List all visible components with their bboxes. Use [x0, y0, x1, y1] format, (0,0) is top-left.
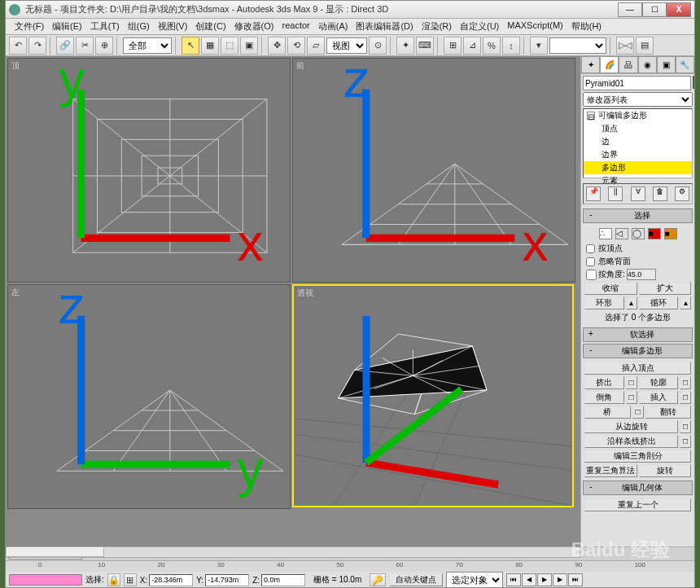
modifier-list[interactable]: 修改器列表 — [583, 92, 693, 107]
remove-mod-button[interactable]: 🗑 — [653, 186, 667, 201]
sel-edge-icon[interactable]: ◁ — [615, 228, 628, 239]
menu-views[interactable]: 视图(V) — [154, 19, 192, 34]
sel-border-icon[interactable]: ◯ — [632, 228, 645, 239]
by-vertex-check[interactable] — [586, 244, 595, 253]
make-unique-button[interactable]: ∀ — [631, 186, 645, 201]
extrude-spline-button[interactable]: 沿样条线挤出 — [584, 435, 678, 448]
goto-end-button[interactable]: ⏭ — [568, 573, 583, 586]
ref-coord[interactable]: 视图 — [326, 37, 367, 54]
abs-rel-button[interactable]: ⊞ — [124, 573, 137, 586]
inset-button[interactable]: 插入 — [639, 391, 679, 404]
tab-hierarchy[interactable]: 品 — [619, 56, 637, 73]
mirror-button[interactable]: ▷◁ — [616, 37, 634, 55]
stack-root[interactable]: 可编辑多边形 — [598, 110, 647, 121]
menu-customize[interactable]: 自定义(U) — [456, 19, 503, 34]
shrink-button[interactable]: 收缩 — [584, 282, 637, 295]
menu-animation[interactable]: 动画(A) — [314, 19, 352, 34]
x-coord[interactable] — [149, 574, 193, 586]
key-icon[interactable]: 🔑 — [370, 573, 386, 586]
align-button[interactable]: ▤ — [636, 37, 654, 55]
svg-text:z: z — [343, 52, 370, 108]
pin-stack-button[interactable]: 📌 — [586, 186, 601, 201]
tab-utilities[interactable]: 🔧 — [676, 56, 694, 73]
selection-filter[interactable]: 全部 — [123, 37, 172, 54]
menu-group[interactable]: 组(G) — [124, 19, 154, 34]
grow-button[interactable]: 扩大 — [639, 282, 692, 295]
menu-modifiers[interactable]: 修改器(O) — [230, 19, 278, 34]
sel-polygon-icon[interactable]: ■ — [648, 228, 661, 239]
menu-create[interactable]: 创建(C) — [191, 19, 230, 34]
rollout-softsel[interactable]: +软选择 — [583, 327, 693, 342]
tab-display[interactable]: ▣ — [657, 56, 676, 73]
tab-modify[interactable]: 🌈 — [600, 56, 619, 73]
grid-info: 栅格 = 10.0m — [308, 574, 366, 586]
repeat-last-button[interactable]: 重复上一个 — [584, 498, 691, 511]
tab-motion[interactable]: ◉ — [638, 56, 657, 73]
minimize-button[interactable]: — — [618, 2, 642, 17]
tab-create[interactable]: ✦ — [581, 56, 600, 73]
goto-start-button[interactable]: ⏮ — [506, 573, 521, 586]
menu-reactor[interactable]: reactor — [278, 19, 314, 34]
stack-border[interactable]: 边界 — [584, 148, 692, 161]
menu-graph[interactable]: 图表编辑器(D) — [352, 19, 417, 34]
time-ruler[interactable]: 0102030405060708090100 — [6, 560, 694, 572]
maximize-button[interactable]: ☐ — [642, 2, 667, 17]
loop-button[interactable]: 循环 — [639, 296, 679, 309]
lock-button[interactable]: 🔒 — [107, 573, 120, 586]
viewport-perspective[interactable]: 透视 — [292, 284, 574, 507]
command-panel: ✦ 🌈 品 ◉ ▣ 🔧 修改器列表 ⊟可编辑多边形 顶点 边 边界 多边形 元素 — [580, 56, 694, 546]
show-result-button[interactable]: || — [608, 186, 623, 201]
hinge-button[interactable]: 从边旋转 — [584, 420, 678, 433]
y-coord[interactable] — [205, 574, 249, 586]
rollout-selection[interactable]: -选择 — [583, 208, 693, 223]
object-name-input[interactable] — [583, 76, 691, 90]
insert-vertex-button[interactable]: 插入顶点 — [584, 362, 691, 375]
autokey-button[interactable]: 自动关键点 — [389, 573, 443, 586]
bridge-button[interactable]: 桥 — [584, 406, 631, 419]
named-sel-set[interactable] — [549, 37, 606, 54]
play-button[interactable]: ▶ — [537, 573, 552, 586]
viewport-left[interactable]: 左 yz — [7, 284, 291, 509]
edit-tri-button[interactable]: 编辑三角剖分 — [584, 450, 691, 463]
menu-render[interactable]: 渲染(R) — [418, 19, 456, 34]
sel-element-icon[interactable]: ■ — [664, 228, 677, 239]
sel-vertex-icon[interactable]: ∴ — [599, 228, 612, 239]
ring-button[interactable]: 环形 — [584, 296, 624, 309]
menubar: 文件(F) 编辑(E) 工具(T) 组(G) 视图(V) 创建(C) 修改器(O… — [6, 19, 694, 35]
svg-text:y: y — [237, 440, 263, 498]
modifier-stack[interactable]: ⊟可编辑多边形 顶点 边 边界 多边形 元素 — [583, 108, 693, 178]
window-title: 无标题 - 项目文件夹: D:\用户目录\我的文档\3dsmax - Autod… — [25, 3, 618, 15]
rollout-editgeom[interactable]: -编辑几何体 — [583, 480, 693, 495]
app-icon — [9, 4, 20, 15]
h-scrollbar[interactable] — [7, 547, 104, 557]
object-color-swatch[interactable] — [693, 76, 694, 89]
bevel-button[interactable]: 倒角 — [584, 391, 624, 404]
stack-edge[interactable]: 边 — [584, 135, 692, 148]
viewport-front[interactable]: 前 xz — [292, 58, 575, 283]
close-button[interactable]: X — [667, 2, 691, 17]
rollout-editpoly[interactable]: -编辑多边形 — [583, 344, 693, 358]
turn-button[interactable]: 旋转 — [639, 464, 692, 477]
by-angle-check[interactable] — [586, 270, 597, 280]
mini-track[interactable] — [9, 574, 82, 586]
menu-tools[interactable]: 工具(T) — [86, 19, 124, 34]
prev-frame-button[interactable]: ◀ — [522, 573, 536, 586]
retri-button[interactable]: 重复三角算法 — [584, 464, 637, 477]
outline-button[interactable]: 轮廓 — [639, 376, 679, 389]
viewport-top[interactable]: 顶 xy — [7, 58, 291, 283]
angle-input[interactable] — [627, 269, 656, 280]
z-coord[interactable] — [261, 574, 305, 586]
svg-line-57 — [366, 389, 462, 463]
keymode-select[interactable]: 选定对象 — [446, 572, 503, 588]
flip-button[interactable]: 翻转 — [645, 406, 692, 419]
stack-vertex[interactable]: 顶点 — [584, 122, 692, 135]
extrude-button[interactable]: 挤出 — [584, 376, 624, 389]
menu-help[interactable]: 帮助(H) — [567, 19, 606, 34]
configure-button[interactable]: ⚙ — [675, 186, 689, 201]
next-frame-button[interactable]: ▶ — [553, 573, 567, 586]
menu-maxscript[interactable]: MAXScript(M) — [503, 19, 567, 34]
stack-polygon[interactable]: 多边形 — [584, 161, 692, 174]
ignore-backface-check[interactable] — [586, 257, 595, 266]
menu-file[interactable]: 文件(F) — [11, 19, 48, 34]
menu-edit[interactable]: 编辑(E) — [48, 19, 86, 34]
